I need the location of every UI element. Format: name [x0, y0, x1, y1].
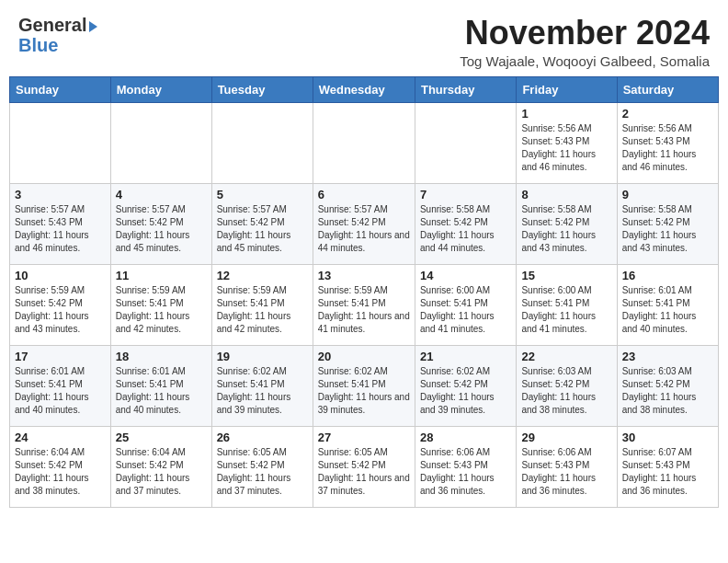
cell-info: Sunrise: 6:02 AM Sunset: 5:42 PM Dayligh…: [420, 365, 511, 417]
calendar-cell: [110, 102, 211, 183]
calendar-cell: 16Sunrise: 6:01 AM Sunset: 5:41 PM Dayli…: [617, 264, 718, 345]
cell-info: Sunrise: 6:05 AM Sunset: 5:42 PM Dayligh…: [217, 446, 308, 498]
cell-day-number: 20: [318, 350, 410, 363]
cell-day-number: 26: [217, 431, 308, 444]
calendar-cell: 18Sunrise: 6:01 AM Sunset: 5:41 PM Dayli…: [110, 345, 211, 426]
cell-info: Sunrise: 6:03 AM Sunset: 5:42 PM Dayligh…: [622, 365, 713, 417]
cell-info: Sunrise: 6:07 AM Sunset: 5:43 PM Dayligh…: [622, 446, 713, 498]
cell-day-number: 7: [420, 188, 511, 201]
cell-info: Sunrise: 5:56 AM Sunset: 5:43 PM Dayligh…: [622, 122, 713, 174]
cell-day-number: 17: [15, 350, 106, 363]
calendar-cell: 28Sunrise: 6:06 AM Sunset: 5:43 PM Dayli…: [415, 426, 516, 507]
calendar-cell: 1Sunrise: 5:56 AM Sunset: 5:43 PM Daylig…: [517, 102, 617, 183]
week-row-2: 3Sunrise: 5:57 AM Sunset: 5:43 PM Daylig…: [10, 183, 719, 264]
day-header-thursday: Thursday: [415, 76, 516, 102]
cell-info: Sunrise: 5:59 AM Sunset: 5:41 PM Dayligh…: [318, 284, 410, 336]
cell-day-number: 29: [521, 431, 611, 444]
cell-day-number: 15: [521, 269, 611, 282]
title-block: November 2024 Tog Wajaale, Woqooyi Galbe…: [460, 15, 710, 69]
cell-day-number: 30: [622, 431, 713, 444]
calendar-cell: [10, 102, 111, 183]
cell-day-number: 13: [318, 269, 410, 282]
cell-info: Sunrise: 5:58 AM Sunset: 5:42 PM Dayligh…: [622, 203, 713, 255]
cell-day-number: 5: [217, 188, 308, 201]
cell-info: Sunrise: 6:02 AM Sunset: 5:41 PM Dayligh…: [217, 365, 308, 417]
calendar-cell: [415, 102, 516, 183]
calendar-cell: 10Sunrise: 5:59 AM Sunset: 5:42 PM Dayli…: [10, 264, 111, 345]
location-title: Tog Wajaale, Woqooyi Galbeed, Somalia: [460, 53, 710, 69]
cell-day-number: 4: [116, 188, 207, 201]
calendar-cell: 5Sunrise: 5:57 AM Sunset: 5:42 PM Daylig…: [211, 183, 313, 264]
day-header-tuesday: Tuesday: [211, 76, 313, 102]
cell-info: Sunrise: 5:58 AM Sunset: 5:42 PM Dayligh…: [521, 203, 611, 255]
calendar-cell: 27Sunrise: 6:05 AM Sunset: 5:42 PM Dayli…: [313, 426, 415, 507]
cell-info: Sunrise: 5:59 AM Sunset: 5:41 PM Dayligh…: [217, 284, 308, 336]
calendar-cell: 19Sunrise: 6:02 AM Sunset: 5:41 PM Dayli…: [211, 345, 313, 426]
page-header: General Blue November 2024 Tog Wajaale, …: [0, 0, 728, 76]
week-row-1: 1Sunrise: 5:56 AM Sunset: 5:43 PM Daylig…: [10, 102, 719, 183]
cell-day-number: 9: [622, 188, 713, 201]
calendar-cell: 17Sunrise: 6:01 AM Sunset: 5:41 PM Dayli…: [10, 345, 111, 426]
cell-day-number: 24: [15, 431, 106, 444]
calendar-cell: 7Sunrise: 5:58 AM Sunset: 5:42 PM Daylig…: [415, 183, 516, 264]
calendar-cell: 12Sunrise: 5:59 AM Sunset: 5:41 PM Dayli…: [211, 264, 313, 345]
cell-day-number: 2: [622, 107, 713, 121]
calendar-table: SundayMondayTuesdayWednesdayThursdayFrid…: [9, 76, 719, 508]
cell-info: Sunrise: 5:57 AM Sunset: 5:43 PM Dayligh…: [15, 203, 106, 255]
cell-day-number: 11: [116, 269, 207, 282]
cell-info: Sunrise: 6:06 AM Sunset: 5:43 PM Dayligh…: [521, 446, 611, 498]
cell-day-number: 25: [116, 431, 207, 444]
cell-info: Sunrise: 6:03 AM Sunset: 5:42 PM Dayligh…: [521, 365, 611, 417]
cell-day-number: 12: [217, 269, 308, 282]
cell-day-number: 10: [15, 269, 106, 282]
logo: General Blue: [18, 15, 97, 55]
cell-day-number: 1: [521, 107, 611, 121]
logo-blue-text: Blue: [18, 35, 58, 55]
calendar-cell: [211, 102, 313, 183]
cell-info: Sunrise: 5:57 AM Sunset: 5:42 PM Dayligh…: [116, 203, 207, 255]
cell-day-number: 21: [420, 350, 511, 363]
cell-info: Sunrise: 6:01 AM Sunset: 5:41 PM Dayligh…: [116, 365, 207, 417]
cell-info: Sunrise: 6:00 AM Sunset: 5:41 PM Dayligh…: [521, 284, 611, 336]
cell-day-number: 22: [521, 350, 611, 363]
day-header-row: SundayMondayTuesdayWednesdayThursdayFrid…: [10, 76, 719, 102]
cell-info: Sunrise: 5:57 AM Sunset: 5:42 PM Dayligh…: [318, 203, 410, 255]
calendar-body: 1Sunrise: 5:56 AM Sunset: 5:43 PM Daylig…: [10, 102, 719, 507]
week-row-4: 17Sunrise: 6:01 AM Sunset: 5:41 PM Dayli…: [10, 345, 719, 426]
calendar-cell: 21Sunrise: 6:02 AM Sunset: 5:42 PM Dayli…: [415, 345, 516, 426]
cell-info: Sunrise: 6:04 AM Sunset: 5:42 PM Dayligh…: [116, 446, 207, 498]
calendar-container: SundayMondayTuesdayWednesdayThursdayFrid…: [0, 76, 728, 517]
calendar-cell: 13Sunrise: 5:59 AM Sunset: 5:41 PM Dayli…: [313, 264, 415, 345]
logo-arrow-icon: [89, 21, 97, 32]
day-header-saturday: Saturday: [617, 76, 718, 102]
day-header-friday: Friday: [517, 76, 617, 102]
calendar-cell: 11Sunrise: 5:59 AM Sunset: 5:41 PM Dayli…: [110, 264, 211, 345]
cell-day-number: 3: [15, 188, 106, 201]
week-row-5: 24Sunrise: 6:04 AM Sunset: 5:42 PM Dayli…: [10, 426, 719, 507]
calendar-cell: 23Sunrise: 6:03 AM Sunset: 5:42 PM Dayli…: [617, 345, 718, 426]
cell-info: Sunrise: 6:00 AM Sunset: 5:41 PM Dayligh…: [420, 284, 511, 336]
month-title: November 2024: [460, 15, 710, 52]
day-header-wednesday: Wednesday: [313, 76, 415, 102]
cell-info: Sunrise: 6:06 AM Sunset: 5:43 PM Dayligh…: [420, 446, 511, 498]
cell-info: Sunrise: 5:58 AM Sunset: 5:42 PM Dayligh…: [420, 203, 511, 255]
calendar-header: SundayMondayTuesdayWednesdayThursdayFrid…: [10, 76, 719, 102]
calendar-cell: 24Sunrise: 6:04 AM Sunset: 5:42 PM Dayli…: [10, 426, 111, 507]
cell-day-number: 16: [622, 269, 713, 282]
cell-info: Sunrise: 6:02 AM Sunset: 5:41 PM Dayligh…: [318, 365, 410, 417]
week-row-3: 10Sunrise: 5:59 AM Sunset: 5:42 PM Dayli…: [10, 264, 719, 345]
calendar-cell: 26Sunrise: 6:05 AM Sunset: 5:42 PM Dayli…: [211, 426, 313, 507]
cell-info: Sunrise: 5:56 AM Sunset: 5:43 PM Dayligh…: [521, 122, 611, 174]
calendar-cell: 4Sunrise: 5:57 AM Sunset: 5:42 PM Daylig…: [110, 183, 211, 264]
day-header-monday: Monday: [110, 76, 211, 102]
day-header-sunday: Sunday: [10, 76, 111, 102]
cell-info: Sunrise: 5:57 AM Sunset: 5:42 PM Dayligh…: [217, 203, 308, 255]
cell-info: Sunrise: 6:04 AM Sunset: 5:42 PM Dayligh…: [15, 446, 106, 498]
cell-info: Sunrise: 5:59 AM Sunset: 5:41 PM Dayligh…: [116, 284, 207, 336]
cell-day-number: 27: [318, 431, 410, 444]
calendar-cell: 29Sunrise: 6:06 AM Sunset: 5:43 PM Dayli…: [517, 426, 617, 507]
calendar-cell: 30Sunrise: 6:07 AM Sunset: 5:43 PM Dayli…: [617, 426, 718, 507]
calendar-cell: 2Sunrise: 5:56 AM Sunset: 5:43 PM Daylig…: [617, 102, 718, 183]
cell-day-number: 6: [318, 188, 410, 201]
cell-day-number: 8: [521, 188, 611, 201]
